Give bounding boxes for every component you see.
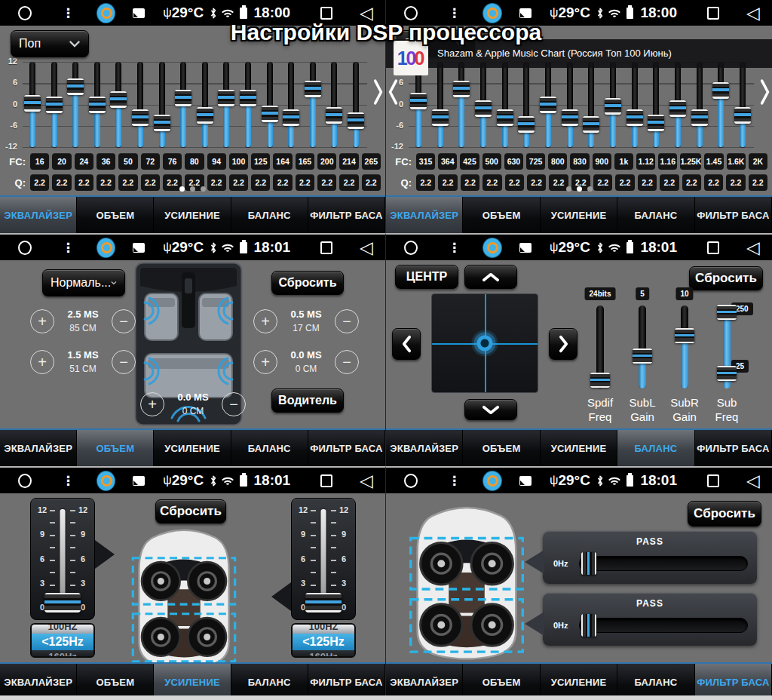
overflow-menu-icon[interactable]: ⋮ (448, 7, 461, 20)
reset-button[interactable]: Сбросить (271, 271, 344, 295)
fc-value-chip[interactable]: 76 (163, 153, 182, 170)
fc-value-chip[interactable]: 125 (251, 153, 270, 170)
fc-value-chip[interactable]: 72 (141, 153, 160, 170)
page-dot[interactable] (577, 186, 582, 192)
tab-balance[interactable]: БАЛАНС (231, 430, 308, 466)
eq-band-slider[interactable] (89, 62, 106, 148)
fc-value-chip[interactable]: 2K (749, 153, 767, 170)
fc-value-chip[interactable]: 425 (460, 153, 479, 170)
tab-balance[interactable]: БАЛАНС (231, 664, 308, 700)
fc-value-chip[interactable]: 900 (593, 153, 611, 170)
eq-preset-dropdown[interactable]: Поп (11, 30, 89, 57)
overflow-menu-icon[interactable]: ⋮ (62, 241, 75, 254)
tab-balance[interactable]: БАЛАНС (617, 664, 694, 700)
range-knob-bottom[interactable] (717, 366, 737, 381)
tab-equalizer[interactable]: ЭКВАЛАЙЗЕР (386, 197, 463, 233)
eq-band-slider[interactable] (453, 62, 470, 148)
eq-band-slider[interactable] (540, 62, 556, 148)
recents-button[interactable] (320, 7, 332, 20)
overflow-menu-icon[interactable]: ⋮ (448, 241, 461, 254)
overflow-menu-icon[interactable]: ⋮ (62, 474, 75, 487)
fc-value-chip[interactable]: 1.6K (727, 153, 746, 170)
crossover-wheel-right[interactable]: 100HZ <125Hz 160Hz (291, 623, 356, 658)
fc-value-chip[interactable]: 1.25K (680, 153, 701, 170)
minus-icon[interactable]: − (222, 392, 246, 416)
recents-button[interactable] (707, 7, 719, 20)
balance-fader-field[interactable] (431, 293, 538, 393)
circle-nav-button[interactable] (18, 474, 32, 488)
tab-gain[interactable]: УСИЛЕНИЕ (154, 197, 231, 233)
eq-band-slider[interactable] (154, 62, 170, 148)
recents-button[interactable] (707, 474, 719, 487)
recents-button[interactable] (320, 474, 332, 487)
eq-band-slider[interactable] (605, 62, 621, 148)
eq-band-slider[interactable] (475, 62, 492, 148)
page-dot[interactable] (587, 186, 593, 192)
app-logo-icon[interactable] (97, 471, 115, 490)
tab-bass-filter[interactable]: ФИЛЬТР БАСА (695, 430, 772, 466)
tab-bass-filter[interactable]: ФИЛЬТР БАСА (695, 197, 772, 233)
tab-volume[interactable]: ОБЪЕМ (77, 197, 154, 233)
page-dot[interactable] (190, 186, 195, 192)
fader-knob[interactable] (44, 593, 81, 612)
plus-icon[interactable]: + (30, 350, 54, 374)
back-button[interactable]: ◁ (746, 239, 760, 256)
recents-button[interactable] (707, 241, 719, 254)
filter-freq-slider[interactable] (579, 556, 748, 571)
app-logo-icon[interactable] (97, 4, 115, 23)
tab-gain[interactable]: УСИЛЕНИЕ (541, 197, 617, 233)
tab-volume[interactable]: ОБЪЕМ (463, 664, 540, 700)
fc-value-chip[interactable]: 500 (482, 153, 501, 170)
page-dot[interactable] (179, 186, 185, 192)
slider-knob[interactable] (590, 373, 610, 388)
tab-balance[interactable]: БАЛАНС (617, 430, 694, 466)
minus-icon[interactable]: − (112, 309, 136, 333)
slider-track[interactable] (596, 305, 604, 388)
circle-nav-button[interactable] (404, 241, 418, 255)
slider-track[interactable] (639, 305, 646, 388)
eq-band-slider[interactable] (218, 62, 234, 148)
fc-value-chip[interactable]: 100 (229, 153, 248, 170)
fc-value-chip[interactable]: 16 (30, 153, 49, 170)
tab-bass-filter[interactable]: ФИЛЬТР БАСА (308, 664, 385, 700)
tab-volume[interactable]: ОБЪЕМ (77, 664, 154, 700)
back-button[interactable]: ◁ (746, 5, 760, 22)
tab-bass-filter[interactable]: ФИЛЬТР БАСА (308, 430, 385, 466)
plus-icon[interactable]: + (253, 309, 277, 333)
filter-freq-slider[interactable] (579, 618, 748, 633)
gain-fader-left[interactable]: 129630 129630 (30, 498, 95, 620)
eq-band-slider[interactable] (262, 62, 278, 148)
eq-band-slider[interactable] (432, 62, 449, 148)
eq-band-slider[interactable] (24, 62, 41, 148)
fc-value-chip[interactable]: 36 (96, 153, 115, 170)
eq-band-slider[interactable] (497, 62, 513, 148)
fc-value-chip[interactable]: 1k (614, 153, 633, 170)
gain-fader-right[interactable]: 129630 129630 (291, 498, 356, 620)
eq-band-slider[interactable] (712, 62, 729, 148)
fc-value-chip[interactable]: 1.16 (658, 153, 677, 170)
slider-track[interactable] (681, 305, 688, 388)
slider-knob[interactable] (581, 552, 596, 575)
recents-button[interactable] (320, 241, 332, 254)
eq-band-slider[interactable] (583, 62, 599, 148)
eq-band-slider[interactable] (175, 62, 191, 148)
fc-value-chip[interactable]: 50 (118, 153, 137, 170)
plus-icon[interactable]: + (253, 350, 277, 374)
tab-balance[interactable]: БАЛАНС (617, 197, 694, 233)
tab-gain[interactable]: УСИЛЕНИЕ (154, 430, 231, 466)
fc-value-chip[interactable]: 1.45 (704, 153, 723, 170)
eq-prev-page-button[interactable] (388, 78, 398, 109)
balance-up-button[interactable] (464, 265, 517, 289)
eq-band-slider[interactable] (240, 62, 256, 148)
circle-nav-button[interactable] (18, 241, 32, 255)
minus-icon[interactable]: − (335, 309, 359, 333)
fc-value-chip[interactable]: 830 (570, 153, 589, 170)
fc-value-chip[interactable]: 94 (207, 153, 226, 170)
tab-gain[interactable]: УСИЛЕНИЕ (541, 430, 617, 466)
plus-icon[interactable]: + (30, 309, 54, 333)
eq-band-slider[interactable] (110, 62, 127, 148)
eq-next-page-button[interactable] (373, 78, 384, 109)
circle-nav-button[interactable] (404, 474, 418, 488)
tab-bass-filter[interactable]: ФИЛЬТР БАСА (308, 197, 385, 233)
slider-knob[interactable] (675, 328, 694, 343)
